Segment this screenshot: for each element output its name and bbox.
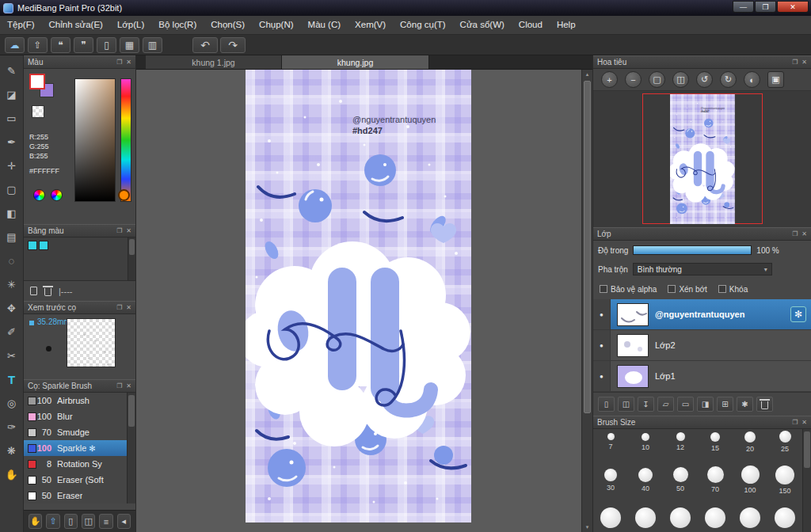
close-button[interactable]: ✕ xyxy=(777,1,809,13)
rotate-left-icon[interactable]: ↺ xyxy=(696,71,713,88)
brush-item[interactable]: 100Airbrush xyxy=(24,393,135,408)
brush-size-option[interactable] xyxy=(593,499,628,532)
hand-tool-icon[interactable]: ✋ xyxy=(2,465,22,484)
menu-layer[interactable]: Lớp(L) xyxy=(110,16,151,34)
navigator-view[interactable]: @nguyentrantuquyen #hd247 xyxy=(593,91,811,227)
operation-tool-icon[interactable]: ✥ xyxy=(2,298,22,317)
protect-alpha-checkbox[interactable]: Bảo vệ alpha xyxy=(600,285,657,294)
brush-size-option[interactable] xyxy=(733,499,767,532)
script-brush-tool-icon[interactable]: ❋ xyxy=(2,441,22,460)
add-folder-button[interactable]: ▱ xyxy=(657,397,674,412)
upload-icon[interactable]: ⇧ xyxy=(28,37,48,53)
rotate-right-icon[interactable]: ↻ xyxy=(720,71,737,88)
scroll-up-icon[interactable]: ▴ xyxy=(582,70,592,79)
gradient-tool-icon[interactable]: ▤ xyxy=(2,227,22,246)
text-tool-icon[interactable]: T xyxy=(2,370,22,389)
lasso-tool-icon[interactable]: ◌ xyxy=(2,251,22,270)
transparent-swatch[interactable] xyxy=(32,105,44,118)
opacity-slider[interactable] xyxy=(633,245,752,255)
brush-item[interactable]: 50Eraser (Soft xyxy=(24,472,135,488)
upload-small-icon[interactable]: ⇧ xyxy=(46,514,59,529)
brush-size-option[interactable]: 20 xyxy=(733,429,767,461)
menu-view[interactable]: Xem(V) xyxy=(348,16,393,34)
delete-swatch-icon[interactable] xyxy=(44,288,51,296)
minimize-button[interactable]: — xyxy=(733,1,754,13)
fit-screen-icon[interactable]: ▢ xyxy=(649,71,665,88)
brush-size-option[interactable]: 50 xyxy=(663,461,698,499)
layer-settings-button[interactable]: ✱ xyxy=(737,397,753,412)
shape-brush-tool-icon[interactable]: ▭ xyxy=(2,108,22,127)
brush-item[interactable]: 70Smudge xyxy=(24,424,135,440)
duplicate-page-icon[interactable]: ◫ xyxy=(82,514,95,529)
new-page-icon[interactable]: ▯ xyxy=(64,514,78,529)
new-layer-button[interactable]: ▯ xyxy=(598,397,615,412)
merge-layer-button[interactable]: ◨ xyxy=(697,397,714,412)
layer-visibility-toggle[interactable]: ● xyxy=(593,299,611,329)
eraser-tool-icon[interactable]: ◪ xyxy=(2,85,22,104)
layer-visibility-toggle[interactable]: ● xyxy=(593,361,611,391)
popout-icon[interactable]: ❐ xyxy=(792,419,798,426)
foreground-color-swatch[interactable] xyxy=(29,74,45,89)
menu-color[interactable]: Màu (C) xyxy=(301,16,348,34)
transfer-layer-button[interactable]: ↧ xyxy=(638,397,654,412)
brush-size-option[interactable]: 40 xyxy=(628,461,663,499)
color-wheel-button[interactable] xyxy=(33,189,45,201)
tab-khung1[interactable]: khung 1.jpg xyxy=(146,55,282,69)
collapse-icon[interactable]: ◂ xyxy=(117,514,131,529)
menu-capture[interactable]: Chụp(N) xyxy=(252,16,300,34)
zoom-out-icon[interactable]: − xyxy=(625,71,642,88)
magic-wand-tool-icon[interactable]: ✳ xyxy=(2,275,22,294)
brush-size-option[interactable] xyxy=(628,499,663,532)
menu-window[interactable]: Cửa sổ(W) xyxy=(453,16,512,34)
clipping-checkbox[interactable]: Xén bớt xyxy=(668,285,706,294)
layer-row[interactable]: ● Lớp1 xyxy=(593,361,811,392)
divide-tool-icon[interactable]: ✂ xyxy=(2,346,22,365)
comment-icon[interactable]: ❝ xyxy=(51,37,70,53)
menu-file[interactable]: Tệp(F) xyxy=(0,16,42,34)
popout-icon[interactable]: ❐ xyxy=(116,382,122,390)
close-icon[interactable]: ✕ xyxy=(801,419,807,426)
popout-icon[interactable]: ❐ xyxy=(792,59,798,66)
brush-item[interactable]: 8Rotation Sy xyxy=(24,456,135,472)
layer-row[interactable]: ● Lớp2 xyxy=(593,330,811,361)
zoom-tool-icon[interactable]: ◎ xyxy=(2,393,22,412)
redo-button[interactable]: ↷ xyxy=(220,37,246,53)
layer-sparkle-icon[interactable]: ✻ xyxy=(790,306,806,322)
folder-button[interactable]: ▭ xyxy=(677,397,694,412)
menu-edit[interactable]: Chỉnh sửa(E) xyxy=(42,16,110,34)
undo-button[interactable]: ↶ xyxy=(192,37,218,53)
menu-cloud[interactable]: Cloud xyxy=(512,16,550,34)
brush-size-option[interactable] xyxy=(663,499,698,532)
blend-mode-select[interactable]: Bình thường ▾ xyxy=(633,263,772,276)
brush-size-option[interactable]: 25 xyxy=(767,429,802,461)
color-wheel-alt-button[interactable] xyxy=(51,189,63,201)
zoom-in-icon[interactable]: + xyxy=(601,71,618,88)
brush-item-selected[interactable]: 100Sparkle ✻ xyxy=(24,440,135,456)
capture-icon[interactable]: ▣ xyxy=(767,71,784,88)
close-icon[interactable]: ✕ xyxy=(801,230,807,238)
canvas-scrollbar[interactable]: ▴ ▾ xyxy=(581,70,592,532)
hue-slider[interactable] xyxy=(120,78,131,202)
delete-layer-button[interactable] xyxy=(756,397,773,412)
hand-icon[interactable]: ✋ xyxy=(29,514,42,529)
message-icon[interactable]: ❞ xyxy=(74,37,93,53)
brush-size-option[interactable]: 15 xyxy=(698,429,733,461)
cloud-save-icon[interactable]: ☁ xyxy=(5,37,25,53)
close-icon[interactable]: ✕ xyxy=(126,59,131,66)
brush-size-scrollbar[interactable] xyxy=(802,429,811,532)
popout-icon[interactable]: ❐ xyxy=(792,230,798,238)
close-icon[interactable]: ✕ xyxy=(126,304,131,311)
tab-khung-active[interactable]: khung.jpg xyxy=(282,55,429,69)
palette-scrollbar[interactable] xyxy=(128,238,135,280)
combine-layers-button[interactable]: ⊞ xyxy=(717,397,733,412)
control-point-tool-icon[interactable]: ✐ xyxy=(2,322,22,341)
brush-item[interactable]: 100Blur xyxy=(24,408,135,424)
lock-checkbox[interactable]: Khóa xyxy=(718,285,748,294)
brush-size-option[interactable]: 150 xyxy=(767,461,802,499)
hue-indicator[interactable] xyxy=(118,189,130,201)
menu-tools[interactable]: Công cụ(T) xyxy=(393,16,453,34)
menu-select[interactable]: Chọn(S) xyxy=(204,16,252,34)
brush-size-option[interactable]: 12 xyxy=(663,429,698,461)
brush-tool-icon[interactable]: ✎ xyxy=(2,61,22,80)
layer-visibility-toggle[interactable]: ● xyxy=(593,330,611,360)
